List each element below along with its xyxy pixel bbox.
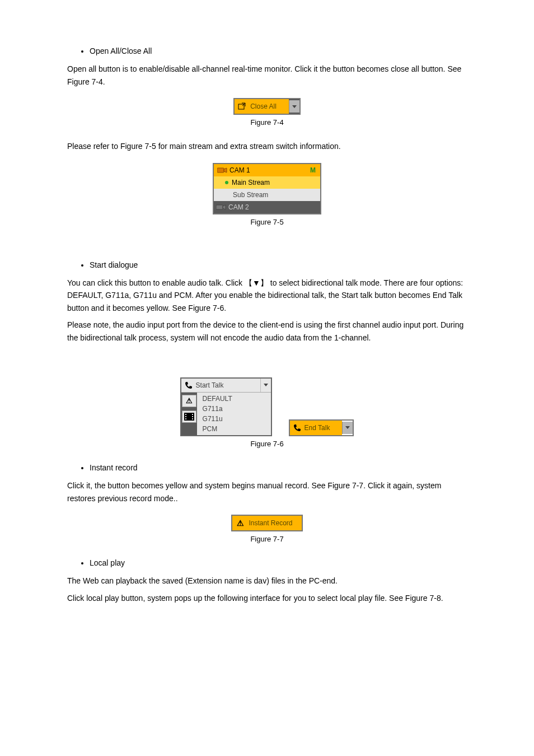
phone-icon	[185, 381, 193, 389]
camera-icon	[217, 166, 227, 174]
warning-icon: ⚠	[186, 396, 193, 405]
cam1-label: CAM 1	[229, 166, 250, 174]
cam1-row[interactable]: CAM 1 M	[214, 164, 320, 176]
talk-side-buttons: ⚠	[181, 393, 197, 435]
sub-stream-row[interactable]: Sub Stream	[214, 189, 320, 201]
talk-option-pcm[interactable]: PCM	[197, 424, 271, 434]
cam2-row[interactable]: CAM 2	[214, 201, 320, 213]
warning-icon: ⚠	[237, 519, 244, 528]
stream-list: CAM 1 M Main Stream Sub Stream CAM 2	[213, 163, 321, 214]
para-local-play-1: The Web can playback the saved (Extensio…	[67, 575, 467, 587]
end-talk-dropdown[interactable]	[342, 422, 353, 434]
caption-7-6: Figure 7-6	[67, 440, 467, 448]
cam2-label: CAM 2	[228, 203, 249, 211]
cam1-badge: M	[310, 166, 317, 174]
sub-stream-label: Sub Stream	[233, 191, 268, 199]
talk-body: ⚠ DEFAULT G711a G711u PCM	[181, 393, 271, 435]
para-start-dialogue-1: You can click this button to enable audi…	[67, 277, 467, 314]
camera-icon	[216, 203, 226, 211]
end-talk-button[interactable]: End Talk	[289, 419, 354, 436]
chevron-down-icon	[264, 384, 268, 386]
instant-record-main: ⚠ Instant Record	[232, 516, 301, 530]
bullet-list-3: Instant record	[90, 461, 467, 474]
bullet-local-play: Local play	[90, 557, 467, 569]
chevron-down-icon	[292, 105, 297, 108]
alarm-side-button[interactable]: ⚠	[182, 395, 196, 407]
bullet-list-2: Start dialogue	[90, 259, 467, 271]
talk-mode-menu: DEFAULT G711a G711u PCM	[197, 393, 271, 435]
talk-option-g711a[interactable]: G711a	[197, 404, 271, 414]
main-stream-row[interactable]: Main Stream	[214, 176, 320, 189]
instant-record-label: Instant Record	[249, 519, 292, 527]
film-icon	[184, 413, 194, 421]
record-side-button[interactable]	[182, 410, 196, 423]
bullet-start-dialogue: Start dialogue	[90, 259, 467, 271]
svg-rect-2	[216, 205, 223, 209]
figure-7-6: Start Talk ⚠ DEFAULT G711a	[67, 377, 467, 436]
figure-7-5: CAM 1 M Main Stream Sub Stream CAM 2	[67, 163, 467, 214]
figure-7-4: Close All	[67, 98, 467, 115]
para-local-play-2: Click local play button, system pops up …	[67, 592, 467, 604]
close-all-button[interactable]: Close All	[233, 98, 301, 115]
svg-rect-1	[217, 168, 224, 172]
popout-icon	[238, 102, 247, 110]
talk-option-default[interactable]: DEFAULT	[197, 394, 271, 404]
bullet-list-1: Open All/Close All	[90, 45, 467, 57]
bullet-instant-record: Instant record	[90, 461, 467, 474]
start-talk-dropdown[interactable]	[260, 379, 271, 392]
start-talk-panel: Start Talk ⚠ DEFAULT G711a	[180, 377, 272, 436]
end-talk-label: End Talk	[305, 424, 330, 432]
talk-option-g711u[interactable]: G711u	[197, 414, 271, 424]
caption-7-5: Figure 7-5	[67, 218, 467, 226]
bullet-open-close: Open All/Close All	[90, 45, 467, 57]
caption-7-4: Figure 7-4	[67, 118, 467, 127]
close-all-dropdown[interactable]	[289, 100, 299, 113]
start-talk-header[interactable]: Start Talk	[181, 379, 271, 393]
para-open-close: Open all button is to enable/disable all…	[67, 63, 467, 88]
para-instant-record: Click it, the button becomes yellow and …	[67, 479, 467, 505]
start-talk-label: Start Talk	[196, 381, 224, 389]
caption-7-7: Figure 7-7	[67, 535, 467, 543]
main-stream-label: Main Stream	[232, 179, 270, 186]
phone-icon	[293, 424, 301, 432]
para-start-dialogue-2: Please note, the audio input port from t…	[67, 319, 467, 344]
bullet-list-4: Local play	[90, 557, 467, 569]
figure-7-7: ⚠ Instant Record	[67, 515, 467, 531]
instant-record-button[interactable]: ⚠ Instant Record	[231, 515, 302, 531]
para-stream-switch: Please refer to Figure 7-5 for main stre…	[67, 140, 467, 152]
close-all-label: Close All	[250, 102, 277, 110]
active-dot-icon	[225, 181, 228, 184]
page: Open All/Close All Open all button is to…	[0, 0, 534, 642]
close-all-main: Close All	[235, 99, 289, 114]
chevron-down-icon	[345, 426, 350, 429]
end-talk-main: End Talk	[290, 421, 343, 435]
